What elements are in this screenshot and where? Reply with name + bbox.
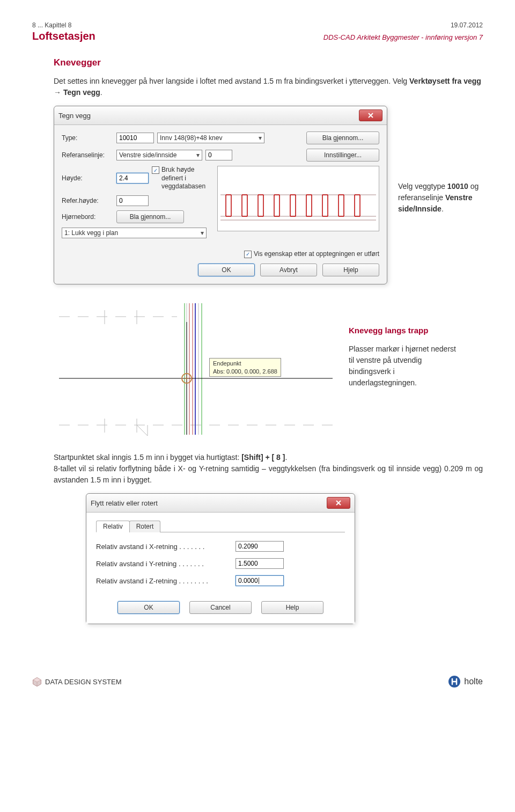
flytt-dialog: Flytt relativ eller rotert Relativ Roter… [86, 493, 355, 624]
page-title: Loftsetasjen [32, 30, 95, 42]
lukk-dropdown[interactable]: 1: Lukk vegg i plan [62, 228, 207, 238]
wall-preview [217, 166, 379, 231]
tegn-vegg-dialog: Tegn vegg Type: 10010 Innv 148(98)+48 kn… [54, 106, 387, 284]
help-button[interactable]: Help [261, 601, 323, 614]
footer-right: holte [448, 675, 483, 688]
ref-offset-input[interactable]: 0 [205, 150, 232, 160]
avbryt-button[interactable]: Avbryt [260, 264, 317, 276]
y-input[interactable]: 1.5000 [236, 558, 284, 569]
type-label: Type: [62, 134, 113, 142]
date-label: 19.07.2012 [451, 21, 483, 29]
ok-button[interactable]: OK [117, 601, 180, 614]
ref-dropdown[interactable]: Venstre side/innside [116, 150, 202, 160]
innstillinger-button[interactable]: Innstillinger... [306, 149, 379, 162]
bruk-hoyde-checkbox[interactable]: ✓Bruk høyde definert i veggdatabasen [152, 166, 211, 191]
vis-egenskap-checkbox[interactable]: ✓Vis egenskap etter at opptegningen er u… [244, 250, 379, 259]
ok-button[interactable]: OK [198, 264, 255, 276]
ref-label: Referanselinje: [62, 151, 113, 159]
veggtype-caption: Velg veggtype 10010 og referanselinje Ve… [398, 181, 483, 215]
svg-line-9 [137, 425, 148, 436]
close-icon[interactable] [327, 497, 350, 509]
cancel-button[interactable]: Cancel [189, 601, 252, 614]
chapter-label: 8 ... Kapittel 8 [32, 21, 71, 29]
z-label: Relativ avstand i Z-retning . . . . . . … [96, 577, 230, 585]
hjelp-button[interactable]: Hjelp [322, 264, 379, 276]
shortcut-paragraph: Startpunktet skal inngis 1.5 m inn i byg… [54, 452, 483, 486]
hoyde-label: Høyde: [62, 174, 113, 182]
holte-logo-icon [448, 675, 461, 688]
hoyde-input[interactable]: 2.4 [116, 173, 149, 184]
tab-relativ[interactable]: Relativ [96, 521, 130, 532]
plan-drawing: Endepunkt Abs: 0.000, 0.000, 2.688 [54, 301, 338, 440]
snap-tooltip: Endepunkt Abs: 0.000, 0.000, 2.688 [209, 358, 281, 377]
dialog2-title: Flytt relativ eller rotert [91, 499, 158, 507]
footer-left: DATA DESIGN SYSTEM [32, 677, 122, 686]
refhoyde-input[interactable]: 0 [116, 195, 149, 206]
type-code-input[interactable]: 10010 [116, 133, 154, 143]
type-desc-dropdown[interactable]: Innv 148(98)+48 knev [157, 133, 264, 143]
hjornebord-button[interactable]: Bla gjennom... [116, 210, 184, 223]
z-input[interactable]: 0.0000 [236, 575, 284, 586]
x-label: Relativ avstand i X-retning . . . . . . … [96, 543, 230, 551]
y-label: Relativ avstand i Y-retning . . . . . . … [96, 560, 230, 568]
intro-paragraph: Det settes inn knevegger på hver langsid… [54, 76, 483, 98]
tab-rotert[interactable]: Rotert [129, 521, 161, 532]
page-subtitle: DDS-CAD Arkitekt Byggmester - innføring … [323, 33, 483, 41]
plan-caption: Knevegg langs trapp Plasser markør i hjø… [349, 325, 459, 389]
dds-logo-icon [32, 677, 42, 686]
refhoyde-label: Refer.høyde: [62, 197, 113, 204]
section-heading: Knevegger [54, 57, 483, 68]
x-input[interactable]: 0.2090 [236, 541, 284, 552]
hjorne-label: Hjørnebord: [62, 213, 113, 221]
close-icon[interactable] [359, 109, 382, 121]
knevegg-subheading: Knevegg langs trapp [349, 325, 459, 337]
dialog-title: Tegn vegg [58, 112, 91, 120]
bla-gjennom-button[interactable]: Bla gjennom... [306, 131, 379, 144]
